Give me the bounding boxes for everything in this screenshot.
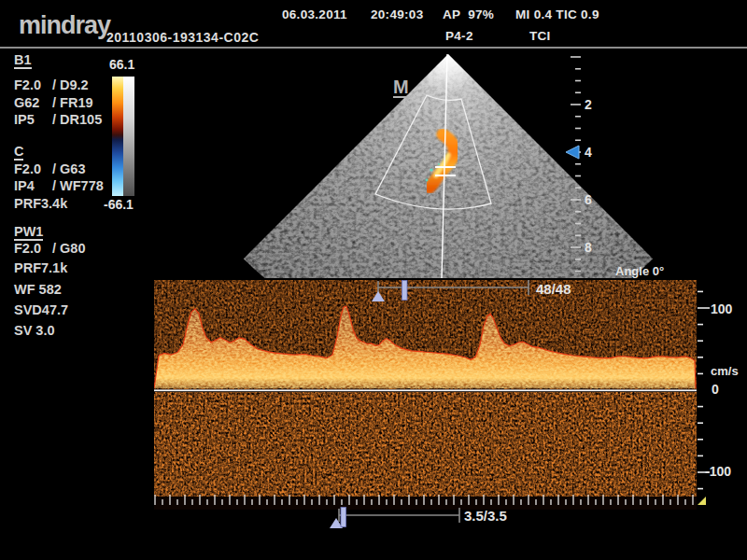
depth-label: 2 [585,97,592,112]
sweep-scroll-thumb[interactable] [341,508,346,527]
aliasing-speck [430,168,432,171]
velocity-zero-label: 0 [712,382,719,397]
velocity-max-label: 100 [711,301,732,316]
sweep-scrollbar[interactable] [330,508,459,529]
sweep-position-marker [698,497,706,505]
velocity-unit-label: cm/s [711,364,739,378]
frame-counter: 48/48 [536,281,571,297]
spectral-baseline[interactable] [154,389,697,391]
ultrasound-screen: mindray 20110306-193134-C02C 06.03.2011 … [0,0,747,560]
depth-label: 8 [585,240,592,255]
depth-label: 4 [585,145,592,160]
velocity-ruler [698,291,710,488]
sweep-counter: 3.5/3.5 [464,508,507,524]
focus-marker[interactable] [566,146,579,159]
angle-label: Angle 0° [615,264,664,278]
aliasing-speck [438,163,440,165]
spectral-lower-noise [154,392,697,497]
depth-label: 6 [585,192,592,207]
frame-scroll-thumb[interactable] [402,281,408,301]
orientation-marker: M [393,78,409,98]
display-canvas [0,0,747,560]
velocity-min-label: -100 [705,464,731,479]
aliasing-speck [426,179,429,182]
